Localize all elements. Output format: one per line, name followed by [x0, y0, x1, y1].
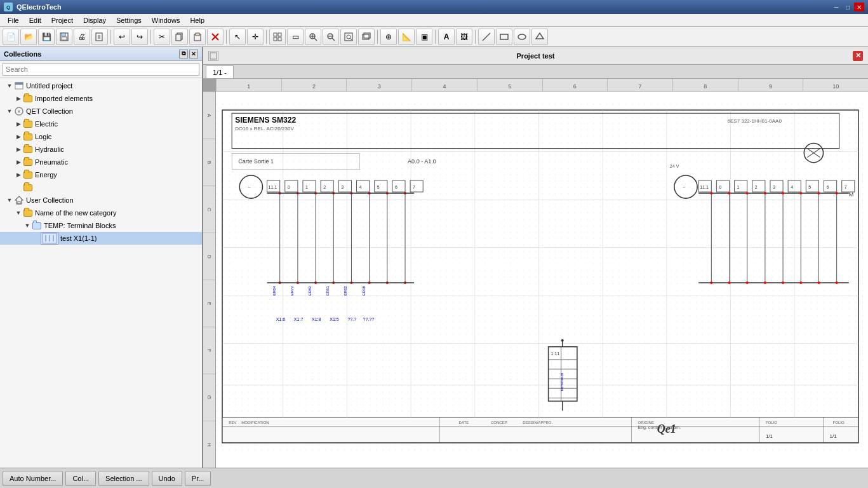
selection-button[interactable]: Selection ... — [98, 471, 149, 486]
tree-item-user-collection[interactable]: ▼ User Collection — [0, 194, 202, 207]
toggle-imported[interactable]: ▶ — [14, 94, 23, 103]
tree-label-test-x1: test X1(1-1) — [60, 234, 97, 242]
copy-button[interactable] — [171, 29, 188, 45]
menu-file[interactable]: File — [3, 15, 24, 25]
save-button[interactable]: 💾 — [38, 29, 55, 45]
border-button[interactable]: ▣ — [416, 29, 432, 45]
toggle-logic[interactable]: ▶ — [14, 132, 23, 141]
save-as-button[interactable] — [56, 29, 72, 45]
cut-button[interactable]: ✂ — [154, 29, 170, 45]
tree-item-untitled-project[interactable]: ▼ Untitled project — [0, 79, 202, 92]
svg-text:X1:7: X1:7 — [294, 317, 304, 322]
menu-edit[interactable]: Edit — [24, 15, 46, 25]
toggle-qet[interactable]: ▼ — [5, 107, 14, 116]
menu-project[interactable]: Project — [46, 15, 78, 25]
toggle-new-category[interactable]: ▼ — [14, 208, 23, 217]
paste-button[interactable] — [189, 29, 206, 45]
tree-item-pneumatic[interactable]: ▶ Pneumatic — [0, 156, 202, 168]
page-tab-1[interactable]: 1/1 - — [206, 65, 234, 78]
schematic-canvas[interactable]: Qe1 Eng. control & autom. REV MODIFICATI… — [216, 92, 868, 468]
menu-settings[interactable]: Settings — [111, 15, 147, 25]
svg-rect-14 — [278, 33, 281, 36]
tree-item-imported[interactable]: ▶ Imported elements — [0, 92, 202, 105]
grid-button[interactable] — [269, 29, 286, 45]
undo-action-button[interactable]: Undo — [152, 471, 182, 486]
ellipse-button[interactable] — [514, 29, 530, 45]
minimize-button[interactable]: ─ — [831, 3, 841, 11]
tree-item-test-x1[interactable]: test X1(1-1) — [0, 232, 202, 245]
auto-number-button[interactable]: Auto Number... — [3, 471, 63, 486]
svg-line-18 — [314, 38, 317, 41]
toggle-untitled-project[interactable]: ▼ — [5, 81, 14, 90]
menu-windows[interactable]: Windows — [147, 15, 185, 25]
close-button[interactable]: ✕ — [854, 3, 864, 11]
measure-button[interactable]: 📐 — [398, 29, 415, 45]
panel-float-button[interactable]: ⧉ — [179, 50, 188, 58]
tree-item-logic[interactable]: ▶ Logic — [0, 130, 202, 143]
svg-point-184 — [710, 281, 712, 284]
svg-line-22 — [332, 38, 335, 41]
svg-text:~: ~ — [248, 184, 251, 190]
search-input[interactable] — [3, 63, 199, 76]
crosshair-button[interactable]: ⊕ — [380, 29, 397, 45]
tree-item-energy[interactable]: ▶ Energy — [0, 168, 202, 181]
toggle-hydraulic[interactable]: ▶ — [14, 145, 23, 154]
tree-item-electric[interactable]: ▶ Electric — [0, 118, 202, 130]
toggle-user[interactable]: ▼ — [5, 196, 14, 205]
image-button[interactable]: 🖼 — [456, 29, 472, 45]
toggle-pneumatic[interactable]: ▶ — [14, 158, 23, 166]
properties-button[interactable]: Pr... — [185, 471, 211, 486]
svg-text:??.??: ??.?? — [363, 317, 375, 322]
tree-item-qet-collection[interactable]: ▼ ✕ QET Collection — [0, 105, 202, 118]
col-button[interactable]: Col... — [65, 471, 96, 486]
new-button[interactable]: 📄 — [3, 29, 19, 45]
polygon-button[interactable] — [531, 29, 548, 45]
zoom-out-button[interactable] — [323, 29, 339, 45]
search-box[interactable] — [0, 61, 202, 78]
menu-display[interactable]: Display — [78, 15, 111, 25]
undo-button[interactable]: ↩ — [114, 29, 130, 45]
rect-button[interactable] — [496, 29, 512, 45]
menu-help[interactable]: Help — [185, 15, 210, 25]
panel-title: Collections — [4, 50, 41, 58]
redo-button[interactable]: ↪ — [131, 29, 148, 45]
tree-item-hydraulic[interactable]: ▶ Hydraulic — [0, 143, 202, 156]
zoom-in-button[interactable] — [305, 29, 321, 45]
project-close-button[interactable]: ✕ — [853, 51, 863, 61]
ruler-v-e: E — [203, 280, 215, 327]
svg-text:REV: REV — [229, 421, 236, 424]
open-button[interactable]: 📂 — [20, 29, 37, 45]
tree-item-empty[interactable] — [0, 181, 202, 194]
home-icon — [14, 195, 24, 205]
folder-icon-pneumatic — [23, 157, 33, 167]
tree-item-new-category[interactable]: ▼ Name of the new category — [0, 207, 202, 219]
maximize-button[interactable]: □ — [843, 3, 853, 11]
schematic-area[interactable]: 1 2 3 4 5 6 7 8 9 10 A B C D E F G H — [203, 79, 868, 468]
window-controls[interactable]: ─ □ ✕ — [831, 3, 864, 11]
panel-close-button[interactable]: ✕ — [189, 50, 198, 58]
move-button[interactable]: ✛ — [247, 29, 264, 45]
toggle-temp[interactable]: ▼ — [23, 221, 32, 230]
zoom-reset-button[interactable] — [358, 29, 375, 45]
zoom-fit-button[interactable] — [340, 29, 357, 45]
line-button[interactable] — [478, 29, 495, 45]
delete-button[interactable] — [207, 29, 224, 45]
print-button[interactable]: 🖨 — [74, 29, 90, 45]
tree-item-temp-terminal[interactable]: ▼ TEMP: Terminal Blocks — [0, 219, 202, 232]
tree-label-qet: QET Collection — [26, 107, 73, 115]
svg-point-183 — [836, 192, 838, 194]
svg-text:1/1: 1/1 — [766, 433, 773, 439]
svg-text:1:11: 1:11 — [551, 351, 560, 356]
toggle-energy[interactable]: ▶ — [14, 170, 23, 179]
text-button[interactable]: A — [438, 29, 455, 45]
svg-text:ER72: ER72 — [290, 285, 294, 295]
panel-controls[interactable]: ⧉ ✕ — [179, 50, 198, 58]
close-doc-button[interactable] — [91, 29, 108, 45]
toggle-empty — [14, 183, 23, 192]
svg-text:1: 1 — [305, 185, 308, 189]
select-button[interactable]: ↖ — [229, 29, 246, 45]
toggle-electric[interactable]: ▶ — [14, 119, 23, 128]
display-button[interactable]: ▭ — [287, 29, 304, 45]
svg-text:ORIGINE: ORIGINE — [638, 421, 654, 424]
svg-rect-34 — [15, 83, 23, 85]
